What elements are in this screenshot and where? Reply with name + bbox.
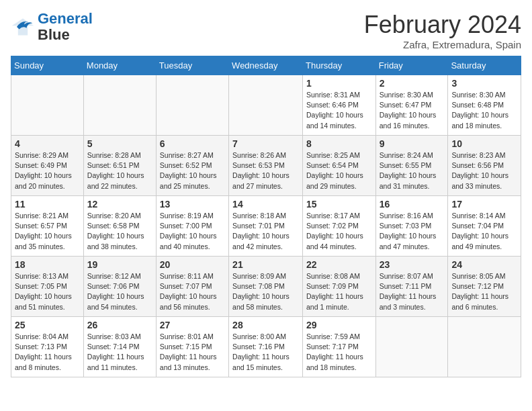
- day-info: Sunrise: 8:20 AMSunset: 6:58 PMDaylight:…: [87, 211, 152, 252]
- calendar-cell: 4Sunrise: 8:29 AMSunset: 6:49 PMDaylight…: [11, 136, 84, 196]
- calendar-cell: 15Sunrise: 8:17 AMSunset: 7:02 PMDayligh…: [303, 196, 376, 257]
- day-info: Sunrise: 8:03 AMSunset: 7:14 PMDaylight:…: [87, 332, 152, 373]
- day-info: Sunrise: 8:09 AMSunset: 7:08 PMDaylight:…: [232, 271, 299, 312]
- day-number: 20: [160, 259, 225, 270]
- calendar-table: SundayMondayTuesdayWednesdayThursdayFrid…: [11, 56, 521, 377]
- day-number: 26: [87, 320, 152, 330]
- day-info: Sunrise: 8:18 AMSunset: 7:01 PMDaylight:…: [232, 211, 299, 252]
- day-info: Sunrise: 8:17 AMSunset: 7:02 PMDaylight:…: [306, 211, 372, 252]
- calendar-cell: 19Sunrise: 8:12 AMSunset: 7:06 PMDayligh…: [83, 257, 156, 317]
- day-number: 19: [87, 259, 152, 270]
- logo-text: GeneralBlue: [38, 11, 93, 43]
- day-number: 10: [451, 138, 517, 149]
- weekday-header-wednesday: Wednesday: [229, 56, 303, 75]
- day-number: 16: [380, 199, 445, 210]
- calendar-cell: 24Sunrise: 8:05 AMSunset: 7:12 PMDayligh…: [448, 257, 521, 317]
- logo: GeneralBlue: [11, 11, 93, 43]
- calendar-cell: 2Sunrise: 8:30 AMSunset: 6:47 PMDaylight…: [375, 75, 448, 136]
- calendar-cell: 23Sunrise: 8:07 AMSunset: 7:11 PMDayligh…: [375, 257, 448, 317]
- calendar-cell: 28Sunrise: 8:00 AMSunset: 7:16 PMDayligh…: [229, 317, 303, 377]
- calendar-cell: 6Sunrise: 8:27 AMSunset: 6:52 PMDaylight…: [156, 136, 228, 196]
- calendar-title: February 2024: [364, 11, 521, 39]
- calendar-cell: 3Sunrise: 8:30 AMSunset: 6:48 PMDaylight…: [448, 75, 521, 136]
- day-info: Sunrise: 8:30 AMSunset: 6:47 PMDaylight:…: [380, 90, 445, 131]
- day-number: 21: [232, 259, 299, 270]
- day-info: Sunrise: 8:30 AMSunset: 6:48 PMDaylight:…: [451, 90, 517, 131]
- day-number: 7: [232, 138, 299, 149]
- weekday-header-monday: Monday: [83, 56, 156, 75]
- day-number: 3: [451, 78, 517, 89]
- weekday-header-tuesday: Tuesday: [156, 56, 228, 75]
- calendar-cell: 14Sunrise: 8:18 AMSunset: 7:01 PMDayligh…: [229, 196, 303, 257]
- calendar-cell: [156, 75, 228, 136]
- day-number: 5: [87, 138, 152, 149]
- day-number: 4: [15, 138, 80, 149]
- day-number: 8: [306, 138, 372, 149]
- day-number: 13: [160, 199, 225, 210]
- day-number: 6: [160, 138, 225, 149]
- day-number: 17: [451, 199, 517, 210]
- day-info: Sunrise: 8:00 AMSunset: 7:16 PMDaylight:…: [232, 332, 299, 373]
- calendar-cell: 22Sunrise: 8:08 AMSunset: 7:09 PMDayligh…: [303, 257, 376, 317]
- calendar-cell: [375, 317, 448, 377]
- title-block: February 2024 Zafra, Extremadura, Spain: [364, 11, 521, 50]
- day-info: Sunrise: 7:59 AMSunset: 7:17 PMDaylight:…: [306, 332, 372, 373]
- calendar-cell: 11Sunrise: 8:21 AMSunset: 6:57 PMDayligh…: [11, 196, 84, 257]
- calendar-cell: 16Sunrise: 8:16 AMSunset: 7:03 PMDayligh…: [375, 196, 448, 257]
- logo-bird-icon: [11, 15, 35, 39]
- calendar-cell: 29Sunrise: 7:59 AMSunset: 7:17 PMDayligh…: [303, 317, 376, 377]
- calendar-subtitle: Zafra, Extremadura, Spain: [364, 39, 521, 50]
- weekday-header-saturday: Saturday: [448, 56, 521, 75]
- day-number: 12: [87, 199, 152, 210]
- calendar-cell: 20Sunrise: 8:11 AMSunset: 7:07 PMDayligh…: [156, 257, 228, 317]
- day-info: Sunrise: 8:21 AMSunset: 6:57 PMDaylight:…: [15, 211, 80, 252]
- calendar-cell: 9Sunrise: 8:24 AMSunset: 6:55 PMDaylight…: [375, 136, 448, 196]
- calendar-cell: 13Sunrise: 8:19 AMSunset: 7:00 PMDayligh…: [156, 196, 228, 257]
- day-number: 27: [160, 320, 225, 330]
- day-info: Sunrise: 8:14 AMSunset: 7:04 PMDaylight:…: [451, 211, 517, 252]
- day-info: Sunrise: 8:08 AMSunset: 7:09 PMDaylight:…: [306, 271, 372, 312]
- day-number: 28: [232, 320, 299, 330]
- calendar-cell: 25Sunrise: 8:04 AMSunset: 7:13 PMDayligh…: [11, 317, 84, 377]
- calendar-cell: [229, 75, 303, 136]
- day-info: Sunrise: 8:05 AMSunset: 7:12 PMDaylight:…: [451, 271, 517, 312]
- day-info: Sunrise: 8:25 AMSunset: 6:54 PMDaylight:…: [306, 150, 372, 191]
- day-number: 22: [306, 259, 372, 270]
- day-info: Sunrise: 8:19 AMSunset: 7:00 PMDaylight:…: [160, 211, 225, 252]
- day-number: 2: [380, 78, 445, 89]
- day-number: 18: [15, 259, 80, 270]
- day-number: 25: [15, 320, 80, 330]
- calendar-cell: 10Sunrise: 8:23 AMSunset: 6:56 PMDayligh…: [448, 136, 521, 196]
- calendar-cell: 26Sunrise: 8:03 AMSunset: 7:14 PMDayligh…: [83, 317, 156, 377]
- day-info: Sunrise: 8:27 AMSunset: 6:52 PMDaylight:…: [160, 150, 225, 191]
- day-info: Sunrise: 8:12 AMSunset: 7:06 PMDaylight:…: [87, 271, 152, 312]
- day-info: Sunrise: 8:13 AMSunset: 7:05 PMDaylight:…: [15, 271, 80, 312]
- weekday-header-friday: Friday: [375, 56, 448, 75]
- day-info: Sunrise: 8:04 AMSunset: 7:13 PMDaylight:…: [15, 332, 80, 373]
- day-info: Sunrise: 8:01 AMSunset: 7:15 PMDaylight:…: [160, 332, 225, 373]
- day-info: Sunrise: 8:07 AMSunset: 7:11 PMDaylight:…: [380, 271, 445, 312]
- calendar-cell: 8Sunrise: 8:25 AMSunset: 6:54 PMDaylight…: [303, 136, 376, 196]
- day-info: Sunrise: 8:26 AMSunset: 6:53 PMDaylight:…: [232, 150, 299, 191]
- day-info: Sunrise: 8:31 AMSunset: 6:46 PMDaylight:…: [306, 90, 372, 131]
- day-number: 14: [232, 199, 299, 210]
- calendar-cell: [83, 75, 156, 136]
- calendar-cell: [448, 317, 521, 377]
- day-info: Sunrise: 8:16 AMSunset: 7:03 PMDaylight:…: [380, 211, 445, 252]
- calendar-cell: 21Sunrise: 8:09 AMSunset: 7:08 PMDayligh…: [229, 257, 303, 317]
- day-info: Sunrise: 8:28 AMSunset: 6:51 PMDaylight:…: [87, 150, 152, 191]
- day-info: Sunrise: 8:23 AMSunset: 6:56 PMDaylight:…: [451, 150, 517, 191]
- calendar-cell: 7Sunrise: 8:26 AMSunset: 6:53 PMDaylight…: [229, 136, 303, 196]
- page-header: GeneralBlue February 2024 Zafra, Extrema…: [11, 11, 521, 50]
- day-number: 15: [306, 199, 372, 210]
- calendar-cell: 5Sunrise: 8:28 AMSunset: 6:51 PMDaylight…: [83, 136, 156, 196]
- calendar-cell: [11, 75, 84, 136]
- calendar-cell: 27Sunrise: 8:01 AMSunset: 7:15 PMDayligh…: [156, 317, 228, 377]
- day-number: 11: [15, 199, 80, 210]
- calendar-cell: 17Sunrise: 8:14 AMSunset: 7:04 PMDayligh…: [448, 196, 521, 257]
- day-number: 23: [380, 259, 445, 270]
- day-number: 24: [451, 259, 517, 270]
- day-info: Sunrise: 8:11 AMSunset: 7:07 PMDaylight:…: [160, 271, 225, 312]
- calendar-cell: 12Sunrise: 8:20 AMSunset: 6:58 PMDayligh…: [83, 196, 156, 257]
- weekday-header-sunday: Sunday: [11, 56, 84, 75]
